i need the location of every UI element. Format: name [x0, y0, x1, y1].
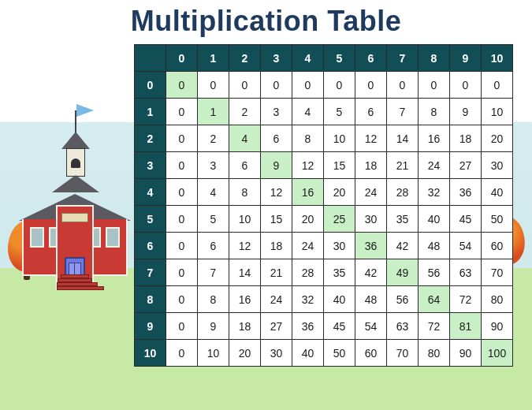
table-cell: 36	[355, 233, 387, 259]
row-header: 1	[135, 99, 166, 125]
column-header: 6	[355, 45, 387, 72]
table-cell: 8	[198, 286, 229, 313]
table-cell: 40	[419, 206, 450, 233]
column-header: 5	[324, 45, 355, 72]
table-row: 1012345678910	[135, 99, 513, 125]
table-cell: 56	[387, 286, 419, 313]
table-cell: 0	[292, 72, 324, 99]
table-cell: 0	[166, 286, 198, 313]
table-cell: 24	[292, 233, 324, 259]
table-cell: 3	[261, 99, 292, 125]
table-cell: 72	[419, 313, 450, 340]
table-cell: 0	[166, 340, 198, 367]
table-cell: 0	[450, 72, 482, 99]
table-cell: 25	[324, 206, 355, 233]
page-title: Multiplication Table	[0, 5, 532, 38]
table-cell: 30	[482, 152, 513, 179]
table-cell: 4	[229, 125, 261, 152]
table-cell: 9	[261, 152, 292, 179]
table-cell: 0	[198, 72, 229, 99]
table-cell: 40	[324, 286, 355, 313]
table-cell: 12	[292, 152, 324, 179]
table-cell: 24	[355, 179, 387, 206]
table-cell: 0	[166, 233, 198, 259]
table-cell: 64	[419, 286, 450, 313]
table-cell: 14	[387, 125, 419, 152]
table-cell: 10	[198, 340, 229, 367]
table-cell: 10	[229, 206, 261, 233]
table-cell: 4	[198, 179, 229, 206]
table-cell: 56	[419, 259, 450, 286]
table-cell: 42	[387, 233, 419, 259]
table-cell: 24	[261, 286, 292, 313]
table-cell: 0	[166, 206, 198, 233]
table-cell: 54	[355, 313, 387, 340]
column-header: 0	[166, 45, 198, 72]
table-cell: 7	[387, 99, 419, 125]
table-cell: 16	[419, 125, 450, 152]
table-cell: 20	[292, 206, 324, 233]
column-header: 10	[482, 45, 513, 72]
column-header: 2	[229, 45, 261, 72]
table-cell: 5	[324, 99, 355, 125]
table-cell: 0	[419, 72, 450, 99]
table-row: 606121824303642485460	[135, 233, 513, 259]
table-cell: 15	[324, 152, 355, 179]
table-cell: 5	[198, 206, 229, 233]
table-cell: 30	[324, 233, 355, 259]
table-cell: 12	[355, 125, 387, 152]
table-cell: 50	[324, 340, 355, 367]
row-header: 10	[135, 340, 166, 367]
table-cell: 35	[324, 259, 355, 286]
table-cell: 15	[261, 206, 292, 233]
row-header: 8	[135, 286, 166, 313]
table-cell: 27	[450, 152, 482, 179]
table-cell: 32	[292, 286, 324, 313]
table-cell: 48	[355, 286, 387, 313]
table-cell: 8	[419, 99, 450, 125]
table-cell: 20	[229, 340, 261, 367]
table-cell: 70	[482, 259, 513, 286]
table-cell: 6	[261, 125, 292, 152]
column-header: 8	[419, 45, 450, 72]
table-cell: 7	[198, 259, 229, 286]
table-cell: 50	[482, 206, 513, 233]
table-row: 909182736455463728190	[135, 313, 513, 340]
table-row: 100102030405060708090100	[135, 340, 513, 367]
row-header: 4	[135, 179, 166, 206]
table-cell: 0	[355, 72, 387, 99]
table-cell: 12	[229, 233, 261, 259]
table-cell: 0	[166, 125, 198, 152]
row-header: 6	[135, 233, 166, 259]
table-cell: 18	[355, 152, 387, 179]
table-cell: 9	[198, 313, 229, 340]
table-cell: 27	[261, 313, 292, 340]
table-cell: 21	[387, 152, 419, 179]
table-cell: 0	[482, 72, 513, 99]
table-cell: 0	[166, 259, 198, 286]
table-cell: 36	[292, 313, 324, 340]
table-cell: 0	[166, 72, 198, 99]
table-cell: 2	[229, 99, 261, 125]
column-header: 7	[387, 45, 419, 72]
table-cell: 20	[324, 179, 355, 206]
table-cell: 0	[166, 99, 198, 125]
table-cell: 14	[229, 259, 261, 286]
table-cell: 9	[450, 99, 482, 125]
table-row: 3036912151821242730	[135, 152, 513, 179]
table-cell: 100	[482, 340, 513, 367]
bell-icon	[71, 158, 80, 168]
table-cell: 30	[355, 206, 387, 233]
table-cell: 18	[229, 313, 261, 340]
table-cell: 18	[261, 233, 292, 259]
table-cell: 49	[387, 259, 419, 286]
table-cell: 42	[355, 259, 387, 286]
table-cell: 90	[450, 340, 482, 367]
table-cell: 80	[482, 286, 513, 313]
table-cell: 0	[229, 72, 261, 99]
table-cell: 30	[261, 340, 292, 367]
table-cell: 63	[387, 313, 419, 340]
schoolhouse-icon	[22, 152, 128, 290]
row-header: 7	[135, 259, 166, 286]
table-cell: 81	[450, 313, 482, 340]
